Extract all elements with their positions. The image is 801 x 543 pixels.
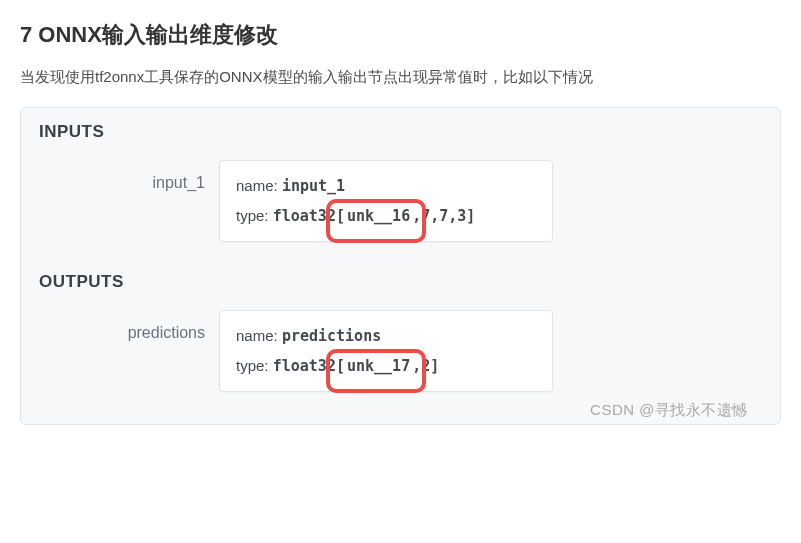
outputs-name-value: predictions [282, 327, 381, 345]
inputs-name-line: name: input_1 [236, 177, 536, 195]
watermark: CSDN @寻找永不遗憾 [590, 401, 748, 420]
outputs-label: predictions [39, 310, 219, 342]
outputs-shape-highlight: unk__17 [345, 357, 412, 375]
outputs-type-key: type: [236, 357, 269, 374]
inputs-title: INPUTS [39, 122, 762, 142]
inputs-name-value: input_1 [282, 177, 345, 195]
outputs-type-line: type: float32[unk__17,2] [236, 357, 439, 375]
outputs-row: predictions name: predictions type: floa… [39, 310, 762, 392]
outputs-title: OUTPUTS [39, 272, 762, 292]
outputs-shape-post: ,2] [412, 357, 439, 375]
inputs-type-key: type: [236, 207, 269, 224]
inputs-shape-pre: [ [336, 207, 345, 225]
inputs-type-prefix: float32 [273, 207, 336, 225]
outputs-type-prefix: float32 [273, 357, 336, 375]
inputs-shape-highlight: unk__16 [345, 207, 412, 225]
inputs-label: input_1 [39, 160, 219, 192]
page-heading: 7 ONNX输入输出维度修改 [20, 20, 781, 50]
outputs-card: name: predictions type: float32[unk__17,… [219, 310, 553, 392]
inputs-row: input_1 name: input_1 type: float32[unk_… [39, 160, 762, 242]
intro-text: 当发现使用tf2onnx工具保存的ONNX模型的输入输出节点出现异常值时，比如以… [20, 66, 781, 89]
io-panel: INPUTS input_1 name: input_1 type: float… [20, 107, 781, 425]
outputs-name-line: name: predictions [236, 327, 536, 345]
inputs-type-line: type: float32[unk__16,7,7,3] [236, 207, 475, 225]
inputs-card: name: input_1 type: float32[unk__16,7,7,… [219, 160, 553, 242]
outputs-shape-pre: [ [336, 357, 345, 375]
inputs-name-key: name: [236, 177, 278, 194]
inputs-shape-post: ,7,7,3] [412, 207, 475, 225]
outputs-name-key: name: [236, 327, 278, 344]
